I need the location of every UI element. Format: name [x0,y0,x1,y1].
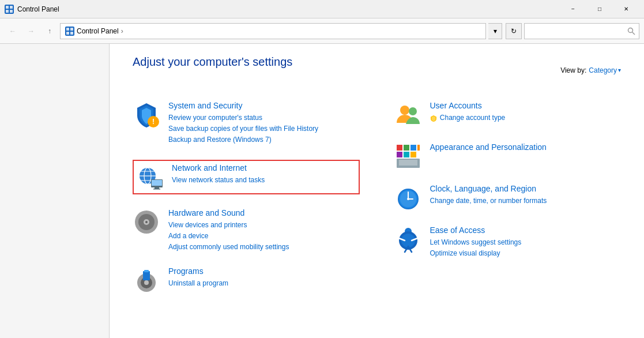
svg-rect-8 [66,32,69,35]
hardware-title[interactable]: Hardware and Sound [168,208,360,217]
users-content: User Accounts Change account type [430,101,622,123]
svg-rect-2 [10,6,13,9]
network-content: Network and Internet View network status… [172,163,356,186]
system-content: System and Security Review your computer… [168,101,360,146]
svg-rect-20 [152,180,162,186]
hardware-link-2[interactable]: Add a device [168,231,360,242]
ease-icon [394,226,422,253]
system-link-2[interactable]: Save backup copies of your files with Fi… [168,123,360,134]
svg-point-10 [628,28,633,32]
category-users: User Accounts Change account type [394,101,622,129]
shield-small-icon [430,115,437,122]
svg-rect-40 [410,152,416,157]
svg-point-29 [144,280,149,285]
clock-title[interactable]: Clock, Language, and Region [430,184,622,193]
search-input[interactable] [528,27,625,35]
category-programs: Programs Uninstall a program [133,266,360,294]
svg-rect-37 [417,145,420,151]
users-title[interactable]: User Accounts [430,101,622,110]
svg-rect-22 [153,189,160,190]
ease-title[interactable]: Ease of Access [430,226,622,235]
svg-rect-4 [10,10,13,13]
clock-content: Clock, Language, and Region Change date,… [430,184,622,206]
minimize-button[interactable]: − [560,0,586,18]
back-button[interactable]: ← [5,23,21,39]
svg-rect-7 [70,28,73,31]
svg-point-32 [400,106,409,115]
search-box[interactable] [524,23,639,39]
system-title[interactable]: System and Security [168,101,360,110]
categories-grid: ! System and Security Review your comput… [133,101,621,308]
programs-link-1[interactable]: Uninstall a program [168,278,360,289]
titlebar-controls: − □ ✕ [560,0,639,18]
svg-rect-42 [399,160,417,166]
header-row: Adjust your computer's settings View by:… [133,55,621,85]
svg-rect-36 [410,145,416,151]
refresh-button[interactable]: ↻ [506,23,522,39]
forward-button[interactable]: → [23,23,39,39]
network-title[interactable]: Network and Internet [172,163,356,172]
svg-rect-6 [66,28,69,31]
address-dropdown[interactable]: ▾ [488,23,502,39]
view-by-value[interactable]: Category ▾ [589,66,621,74]
cp-icon [65,27,74,36]
svg-rect-1 [6,6,9,9]
main-area: Adjust your computer's settings View by:… [0,44,644,338]
users-link-1[interactable]: Change account type [430,112,622,123]
appearance-title[interactable]: Appearance and Personalization [430,142,622,152]
svg-point-48 [407,198,409,200]
addressbar: ← → ↑ Control Panel › ▾ ↻ [0,18,644,44]
svg-line-11 [632,32,635,35]
page-title: Adjust your computer's settings [133,55,292,69]
svg-rect-21 [155,187,159,189]
ease-link-1[interactable]: Let Windows suggest settings [430,237,622,248]
clock-link-1[interactable]: Change date, time, or number formats [430,196,622,206]
ease-link-2[interactable]: Optimize visual display [430,248,622,259]
breadcrumb-text: Control Panel [77,27,119,35]
category-network: Network and Internet View network status… [133,160,360,194]
clock-icon [394,184,422,212]
appearance-icon [394,142,422,170]
category-appearance: Appearance and Personalization [394,142,622,170]
left-nav [0,44,110,338]
left-column: ! System and Security Review your comput… [133,101,360,308]
svg-rect-35 [404,145,409,151]
ease-content: Ease of Access Let Windows suggest setti… [430,226,622,259]
svg-rect-38 [397,152,402,157]
address-box[interactable]: Control Panel › [60,23,486,39]
svg-text:!: ! [152,118,155,126]
maximize-button[interactable]: □ [586,0,613,18]
breadcrumb-sep: › [121,27,123,35]
network-icon [136,163,164,191]
content-area: Adjust your computer's settings View by:… [110,44,644,338]
system-link-3[interactable]: Backup and Restore (Windows 7) [168,134,360,145]
svg-rect-3 [6,10,9,13]
view-by-label: View by: [560,66,586,74]
svg-rect-39 [404,152,409,157]
network-link-1[interactable]: View network status and tasks [172,175,356,186]
users-icon [394,101,422,129]
breadcrumb: Control Panel › [65,27,123,36]
programs-content: Programs Uninstall a program [168,266,360,289]
system-link-1[interactable]: Review your computer's status [168,112,360,123]
svg-point-33 [409,107,417,115]
search-icon [627,27,635,35]
appearance-content: Appearance and Personalization [430,142,622,154]
svg-rect-31 [144,270,149,272]
hardware-content: Hardware and Sound View devices and prin… [168,208,360,253]
category-ease: Ease of Access Let Windows suggest setti… [394,226,622,259]
titlebar-title: Control Panel [17,5,560,13]
hardware-link-1[interactable]: View devices and printers [168,220,360,231]
system-icon: ! [133,101,160,129]
close-button[interactable]: ✕ [613,0,639,18]
hardware-link-3[interactable]: Adjust commonly used mobility settings [168,242,360,253]
right-column: User Accounts Change account type [394,101,622,308]
programs-title[interactable]: Programs [168,266,360,276]
svg-rect-9 [70,32,73,35]
category-clock: Clock, Language, and Region Change date,… [394,184,622,212]
svg-rect-30 [143,271,150,280]
titlebar: Control Panel − □ ✕ [0,0,644,18]
up-button[interactable]: ↑ [42,23,58,39]
category-system: ! System and Security Review your comput… [133,101,360,146]
titlebar-icon [5,5,14,14]
